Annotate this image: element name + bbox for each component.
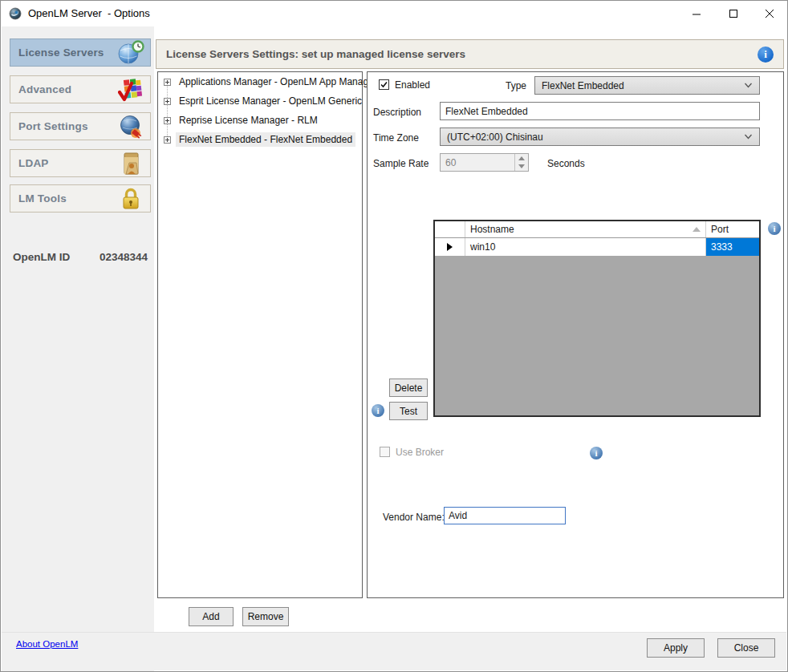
minimize-button[interactable] xyxy=(678,1,715,26)
expand-plus-icon[interactable] xyxy=(164,98,171,105)
globe-plug-icon xyxy=(116,114,145,140)
enabled-checkbox[interactable] xyxy=(379,79,389,90)
table-info-icon[interactable] xyxy=(768,222,781,235)
tree-item-rlm[interactable]: Reprise License Manager - RLM xyxy=(158,111,362,130)
maximize-button[interactable] xyxy=(715,1,752,26)
hostname-cell[interactable]: win10 xyxy=(465,238,706,256)
sample-rate-unit: Seconds xyxy=(547,158,585,169)
sidebar: License Servers Advanced xyxy=(2,26,154,672)
sidebar-item-label: LM Tools xyxy=(18,192,67,204)
options-window: OpenLM Server - Options License Servers xyxy=(0,0,788,672)
close-button[interactable] xyxy=(751,1,788,26)
apply-button[interactable]: Apply xyxy=(647,638,705,658)
use-broker-label: Use Broker xyxy=(396,447,444,458)
step-down-icon xyxy=(518,164,525,168)
padlock-icon xyxy=(116,186,145,212)
description-input[interactable] xyxy=(440,102,760,120)
port-column-header[interactable]: Port xyxy=(706,221,759,237)
remove-button[interactable]: Remove xyxy=(242,607,289,626)
openlm-id-label: OpenLM ID xyxy=(13,251,70,263)
sidebar-item-advanced[interactable]: Advanced xyxy=(10,75,151,103)
tree-item-esprit[interactable]: Esprit License Manager - OpenLM Generic xyxy=(158,91,362,111)
chevron-down-icon xyxy=(744,134,753,140)
table-row[interactable]: win10 3333 xyxy=(435,238,759,256)
page-title: License Servers Settings: set up managed… xyxy=(166,48,465,60)
expand-plus-icon[interactable] xyxy=(164,79,171,86)
minimize-icon xyxy=(692,9,701,18)
server-details-panel: Enabled Type FlexNet Embedded Descriptio… xyxy=(367,71,784,598)
current-row-icon xyxy=(447,243,453,251)
expand-plus-icon[interactable] xyxy=(164,136,171,144)
stepper-arrows[interactable] xyxy=(514,154,528,171)
description-label: Description xyxy=(373,107,421,118)
hostname-table: Hostname Port win10 3333 xyxy=(433,220,761,417)
tree-item-app-manager[interactable]: Applications Manager - OpenLM App Manage… xyxy=(158,72,362,91)
sidebar-item-ldap[interactable]: LDAP xyxy=(10,149,151,177)
vendor-name-input[interactable] xyxy=(444,507,566,524)
sidebar-item-port-settings[interactable]: Port Settings xyxy=(10,112,151,140)
close-dialog-button[interactable]: Close xyxy=(717,638,775,658)
type-dropdown[interactable]: FlexNet Embedded xyxy=(534,76,760,95)
test-info-icon[interactable] xyxy=(372,404,384,417)
broker-info-icon[interactable] xyxy=(590,447,603,459)
chevron-down-icon xyxy=(744,83,753,88)
sort-ascending-icon xyxy=(693,227,701,232)
sidebar-item-label: Port Settings xyxy=(18,120,88,132)
table-header-row: Hostname Port xyxy=(435,221,759,238)
openlm-id-row: OpenLM ID 02348344 xyxy=(13,251,148,263)
step-up-icon xyxy=(518,156,525,160)
footer-bar: About OpenLM Apply Close xyxy=(2,632,786,670)
port-cell[interactable]: 3333 xyxy=(706,238,759,256)
section-header: License Servers Settings: set up managed… xyxy=(156,39,784,69)
header-info-icon[interactable] xyxy=(758,47,774,63)
timezone-label: Time Zone xyxy=(373,132,419,144)
hostname-column-header[interactable]: Hostname xyxy=(465,221,706,237)
openlm-id-value: 02348344 xyxy=(100,251,148,263)
sidebar-item-license-servers[interactable]: License Servers xyxy=(10,38,151,67)
license-server-tree: Applications Manager - OpenLM App Manage… xyxy=(157,71,363,598)
type-label: Type xyxy=(506,80,526,91)
timezone-dropdown[interactable]: (UTC+02:00) Chisinau xyxy=(440,128,760,146)
sample-rate-stepper[interactable]: 60 xyxy=(440,153,529,172)
maximize-icon xyxy=(729,9,738,18)
tree-item-flexnet-embedded[interactable]: FlexNet Embedded - FlexNet Embedded xyxy=(158,130,362,149)
window-title: OpenLM Server - Options xyxy=(28,1,150,26)
delete-button[interactable]: Delete xyxy=(389,379,428,397)
folder-user-icon xyxy=(116,151,145,176)
enabled-label: Enabled xyxy=(395,79,430,91)
row-selector-cell[interactable] xyxy=(435,238,465,256)
vendor-name-label: Vendor Name: xyxy=(383,512,445,523)
app-logo-icon xyxy=(9,7,22,20)
sample-rate-label: Sample Rate xyxy=(373,158,429,169)
close-icon xyxy=(765,9,774,18)
sidebar-item-label: LDAP xyxy=(18,157,49,169)
about-openlm-link[interactable]: About OpenLM xyxy=(16,639,78,649)
globe-clock-icon xyxy=(116,40,145,66)
use-broker-checkbox[interactable] xyxy=(380,447,390,457)
add-button[interactable]: Add xyxy=(189,607,234,626)
expand-plus-icon[interactable] xyxy=(164,117,171,124)
row-selector-header xyxy=(435,221,465,237)
registry-cube-icon xyxy=(116,77,145,103)
sidebar-item-label: License Servers xyxy=(18,47,104,59)
sidebar-item-label: Advanced xyxy=(18,83,71,95)
sidebar-item-lm-tools[interactable]: LM Tools xyxy=(10,184,151,213)
check-icon xyxy=(380,80,388,89)
title-bar: OpenLM Server - Options xyxy=(1,1,787,26)
test-button[interactable]: Test xyxy=(389,402,428,420)
